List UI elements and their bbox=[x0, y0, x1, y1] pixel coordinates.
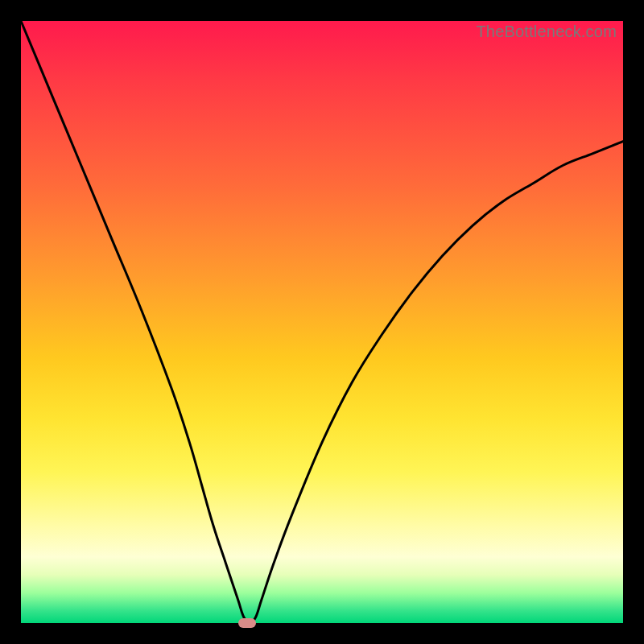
minimum-marker bbox=[238, 618, 256, 628]
chart-frame: TheBottleneck.com bbox=[0, 0, 644, 644]
watermark-text: TheBottleneck.com bbox=[476, 23, 617, 41]
plot-area: TheBottleneck.com bbox=[21, 21, 623, 623]
bottleneck-curve bbox=[21, 21, 623, 623]
